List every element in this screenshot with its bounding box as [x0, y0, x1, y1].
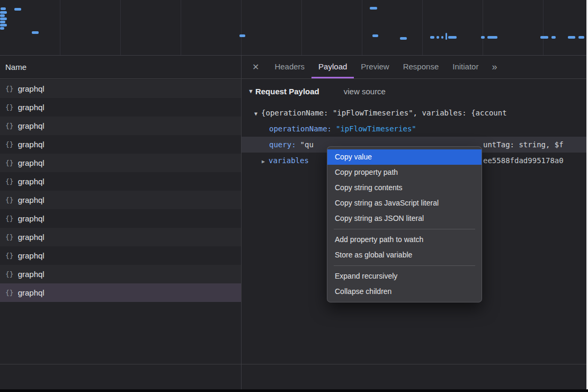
tab-payload[interactable]: Payload	[311, 56, 354, 78]
overview-bar	[0, 21, 5, 23]
property-value: "qu	[300, 140, 314, 149]
request-row-graphql[interactable]: {}graphql	[0, 98, 241, 117]
object-preview: {operationName: "ipFlowTimeseries", vari…	[261, 109, 507, 117]
request-row-graphql[interactable]: {}graphql	[0, 117, 241, 135]
request-label: graphql	[18, 251, 44, 260]
overview-bar	[436, 36, 439, 39]
request-label: graphql	[18, 103, 44, 112]
collapse-triangle-icon[interactable]: ▼	[254, 111, 257, 117]
tab-response[interactable]: Response	[396, 56, 446, 78]
request-row-graphql[interactable]: {}graphql	[0, 209, 241, 228]
request-label: graphql	[18, 121, 44, 130]
property-value: "ipFlowTimeseries"	[336, 124, 416, 133]
overview-bar	[481, 36, 485, 39]
overview-bar	[578, 36, 584, 39]
request-label: graphql	[18, 158, 44, 167]
name-column-header[interactable]: Name	[0, 56, 241, 79]
menu-item-expand-recursively[interactable]: Expand recursively	[327, 269, 482, 284]
json-braces-icon: {}	[5, 289, 14, 297]
property-key: variables	[269, 156, 309, 165]
close-detail-button[interactable]: ✕	[242, 56, 268, 78]
request-label: graphql	[18, 84, 44, 93]
menu-item-copy-value[interactable]: Copy value	[327, 149, 482, 165]
more-tabs-button[interactable]: »	[485, 56, 502, 78]
overview-bar	[370, 7, 377, 10]
menu-item-copy-string-as-javascript-literal[interactable]: Copy string as JavaScript literal	[327, 195, 482, 211]
tab-headers[interactable]: Headers	[268, 56, 311, 78]
overview-gridline	[543, 0, 544, 55]
overview-bar	[430, 36, 434, 39]
property-value-continued: untTag: string, $f	[483, 137, 564, 153]
overview-bar	[14, 8, 21, 11]
request-label: graphql	[18, 233, 44, 242]
request-row-graphql[interactable]: {}graphql	[0, 265, 241, 283]
overview-bar	[0, 14, 5, 17]
json-braces-icon: {}	[5, 85, 14, 93]
panel-divider-horizontal	[0, 364, 586, 364]
overview-bar	[448, 36, 457, 39]
overview-gridline	[422, 0, 423, 55]
collapse-triangle-icon[interactable]: ▼	[248, 88, 254, 94]
overview-bar	[551, 36, 556, 39]
json-braces-icon: {}	[5, 122, 14, 130]
overview-bar	[32, 31, 39, 34]
property-value-continued: ee5588fdad995178a0	[483, 153, 564, 168]
overview-bar	[441, 36, 443, 39]
request-row-graphql[interactable]: {}graphql	[0, 246, 241, 265]
tab-initiator[interactable]: Initiator	[446, 56, 485, 78]
request-row-graphql[interactable]: {}graphql	[0, 283, 241, 302]
menu-item-collapse-children[interactable]: Collapse children	[327, 284, 482, 299]
menu-item-copy-string-as-json-literal[interactable]: Copy string as JSON literal	[327, 211, 482, 226]
request-label: graphql	[18, 177, 44, 186]
overview-bar	[446, 33, 447, 40]
menu-separator	[334, 229, 475, 229]
request-payload-section-header[interactable]: ▼ Request Payload view source	[242, 79, 586, 103]
overview-bar	[568, 36, 575, 39]
tab-preview[interactable]: Preview	[354, 56, 396, 78]
overview-gridline	[120, 0, 121, 55]
request-label: graphql	[18, 214, 44, 223]
menu-item-add-property-path-to-watch[interactable]: Add property path to watch	[327, 232, 482, 247]
devtools-window: Name ✕ HeadersPayloadPreviewResponseInit…	[0, 0, 588, 392]
panel-divider-vertical[interactable]	[241, 56, 242, 389]
request-row-graphql[interactable]: {}graphql	[0, 154, 241, 172]
detail-tabs: ✕ HeadersPayloadPreviewResponseInitiator…	[242, 56, 586, 79]
overview-bar	[400, 37, 407, 40]
menu-item-copy-property-path[interactable]: Copy property path	[327, 165, 482, 180]
overview-gridline	[181, 0, 181, 55]
menu-separator	[334, 265, 475, 266]
overview-bar	[0, 24, 7, 26]
expand-triangle-icon[interactable]: ▶	[262, 158, 265, 164]
overview-bar	[1, 7, 6, 10]
property-key: query:	[269, 140, 296, 149]
overview-bar	[372, 34, 378, 37]
json-braces-icon: {}	[5, 196, 14, 204]
network-overview[interactable]	[0, 0, 586, 56]
request-list: {}graphql{}graphql{}graphql{}graphql{}gr…	[0, 79, 241, 302]
section-title: Request Payload	[255, 87, 319, 96]
request-row-graphql[interactable]: {}graphql	[0, 79, 241, 98]
view-source-link[interactable]: view source	[344, 87, 386, 96]
request-label: graphql	[18, 270, 44, 279]
tree-row-root[interactable]: ▼{operationName: "ipFlowTimeseries", var…	[242, 105, 586, 121]
overview-gridline	[483, 0, 483, 55]
overview-gridline	[301, 0, 302, 55]
context-menu: Copy valueCopy property pathCopy string …	[327, 146, 482, 302]
json-braces-icon: {}	[5, 103, 14, 111]
request-row-graphql[interactable]: {}graphql	[0, 172, 241, 191]
request-label: graphql	[18, 195, 44, 204]
request-row-graphql[interactable]: {}graphql	[0, 228, 241, 246]
request-label: graphql	[18, 288, 44, 297]
overview-bar	[0, 27, 4, 30]
overview-bar	[540, 36, 548, 39]
tree-row-operationname[interactable]: operationName:"ipFlowTimeseries"	[242, 121, 586, 137]
overview-bar	[0, 11, 7, 14]
overview-bar	[239, 34, 245, 37]
name-column-label: Name	[5, 63, 26, 72]
json-braces-icon: {}	[5, 215, 14, 222]
menu-item-copy-string-contents[interactable]: Copy string contents	[327, 180, 482, 195]
request-row-graphql[interactable]: {}graphql	[0, 191, 241, 209]
json-braces-icon: {}	[5, 140, 14, 148]
request-row-graphql[interactable]: {}graphql	[0, 135, 241, 154]
menu-item-store-as-global-variable[interactable]: Store as global variable	[327, 247, 482, 263]
